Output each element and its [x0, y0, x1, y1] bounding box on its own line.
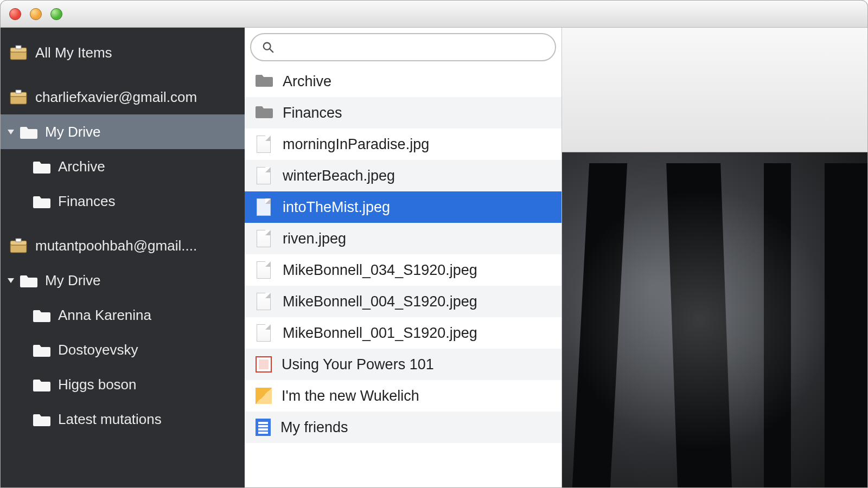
search-wrap — [245, 28, 561, 66]
sidebar-folder[interactable]: Dostoyevsky — [1, 332, 245, 367]
drawing-icon — [256, 388, 272, 404]
sidebar-folder-label: Higgs boson — [58, 376, 137, 393]
content: All My Items charliefxavier@gmail.com My… — [1, 28, 867, 487]
titlebar — [1, 1, 867, 28]
sidebar-folder[interactable]: Anna Karenina — [1, 298, 245, 332]
folder-icon — [256, 104, 273, 121]
svg-marker-10 — [8, 278, 14, 283]
traffic-lights — [9, 8, 62, 20]
search-icon — [262, 41, 274, 53]
sidebar-folder[interactable]: Latest mutations — [1, 402, 245, 436]
file-icon — [257, 198, 271, 216]
box-icon — [9, 237, 28, 254]
slides-icon — [256, 356, 272, 373]
file-icon — [257, 293, 271, 310]
file-name: Archive — [283, 73, 331, 90]
file-row[interactable]: MikeBonnell_034_S1920.jpeg — [245, 254, 561, 286]
sidebar-folder-label: Dostoyevsky — [58, 342, 138, 358]
file-row[interactable]: Using Your Powers 101 — [245, 349, 561, 380]
folder-icon — [20, 273, 37, 287]
sidebar-folder-label: Finances — [58, 193, 116, 210]
file-name: I'm the new Wukelich — [282, 388, 419, 404]
svg-rect-9 — [16, 239, 21, 242]
box-icon — [9, 44, 28, 61]
file-icon — [257, 230, 271, 247]
sidebar-folder-label: Archive — [58, 158, 105, 175]
folder-icon — [33, 377, 50, 391]
file-row[interactable]: My friends — [245, 412, 561, 443]
preview-image — [562, 152, 867, 487]
sidebar-folder[interactable]: Archive — [1, 149, 245, 184]
folder-icon — [33, 159, 50, 174]
folder-icon — [33, 194, 50, 208]
disclosure-arrow-icon — [6, 127, 16, 137]
file-name: Finances — [283, 105, 342, 121]
folder-icon — [20, 125, 37, 139]
svg-rect-5 — [16, 90, 21, 93]
file-row[interactable]: riven.jpeg — [245, 223, 561, 254]
sidebar-folder[interactable]: Higgs boson — [1, 367, 245, 402]
search-box[interactable] — [250, 33, 556, 61]
file-icon — [257, 261, 271, 279]
file-row[interactable]: winterBeach.jpeg — [245, 160, 561, 191]
file-pane: ArchiveFinancesmorningInParadise.jpgwint… — [245, 28, 562, 487]
file-name: morningInParadise.jpg — [283, 136, 429, 153]
file-row[interactable]: MikeBonnell_001_S1920.jpeg — [245, 317, 561, 349]
svg-rect-2 — [16, 46, 21, 49]
sidebar-account[interactable]: mutantpoohbah@gmail.... — [1, 228, 245, 263]
disclosure-arrow-icon — [6, 275, 16, 285]
file-name: Using Your Powers 101 — [282, 356, 434, 373]
file-icon — [257, 167, 271, 184]
file-name: intoTheMist.jpeg — [283, 199, 390, 216]
file-row[interactable]: MikeBonnell_004_S1920.jpeg — [245, 286, 561, 317]
sidebar-all-items[interactable]: All My Items — [1, 35, 245, 70]
sidebar-my-drive[interactable]: My Drive — [1, 114, 245, 149]
file-icon — [257, 136, 271, 153]
svg-line-12 — [270, 49, 273, 52]
zoom-button[interactable] — [50, 8, 62, 20]
sidebar-account[interactable]: charliefxavier@gmail.com — [1, 80, 245, 114]
preview-pane — [562, 28, 867, 487]
file-name: MikeBonnell_004_S1920.jpeg — [283, 293, 477, 310]
sidebar-my-drive[interactable]: My Drive — [1, 263, 245, 298]
file-name: riven.jpeg — [283, 230, 346, 247]
sidebar-drive-label: My Drive — [45, 272, 101, 289]
minimize-button[interactable] — [30, 8, 42, 20]
file-row[interactable]: I'm the new Wukelich — [245, 380, 561, 412]
file-list: ArchiveFinancesmorningInParadise.jpgwint… — [245, 66, 561, 487]
file-name: winterBeach.jpeg — [283, 168, 395, 184]
folder-icon — [256, 73, 273, 90]
doc-icon — [256, 419, 271, 436]
box-icon — [9, 89, 28, 105]
preview-toolbar — [562, 28, 867, 152]
file-name: MikeBonnell_034_S1920.jpeg — [283, 262, 477, 279]
app-window: All My Items charliefxavier@gmail.com My… — [0, 0, 868, 488]
sidebar-folder-label: Latest mutations — [58, 411, 162, 428]
sidebar-folder-label: Anna Karenina — [58, 307, 151, 324]
sidebar-all-items-label: All My Items — [35, 44, 112, 61]
file-row[interactable]: Archive — [245, 66, 561, 97]
file-row[interactable]: intoTheMist.jpeg — [245, 191, 561, 223]
sidebar: All My Items charliefxavier@gmail.com My… — [1, 28, 245, 487]
file-row[interactable]: Finances — [245, 97, 561, 129]
file-name: My friends — [280, 419, 348, 436]
sidebar-account-label: charliefxavier@gmail.com — [35, 89, 197, 106]
file-row[interactable]: morningInParadise.jpg — [245, 129, 561, 160]
sidebar-account-label: mutantpoohbah@gmail.... — [35, 237, 197, 254]
svg-marker-6 — [8, 130, 14, 134]
file-icon — [257, 324, 271, 342]
folder-icon — [33, 343, 50, 357]
folder-icon — [33, 412, 50, 426]
folder-icon — [33, 308, 50, 322]
close-button[interactable] — [9, 8, 21, 20]
sidebar-drive-label: My Drive — [45, 124, 101, 140]
search-input[interactable] — [280, 40, 544, 54]
file-name: MikeBonnell_001_S1920.jpeg — [283, 325, 477, 342]
sidebar-folder[interactable]: Finances — [1, 184, 245, 219]
